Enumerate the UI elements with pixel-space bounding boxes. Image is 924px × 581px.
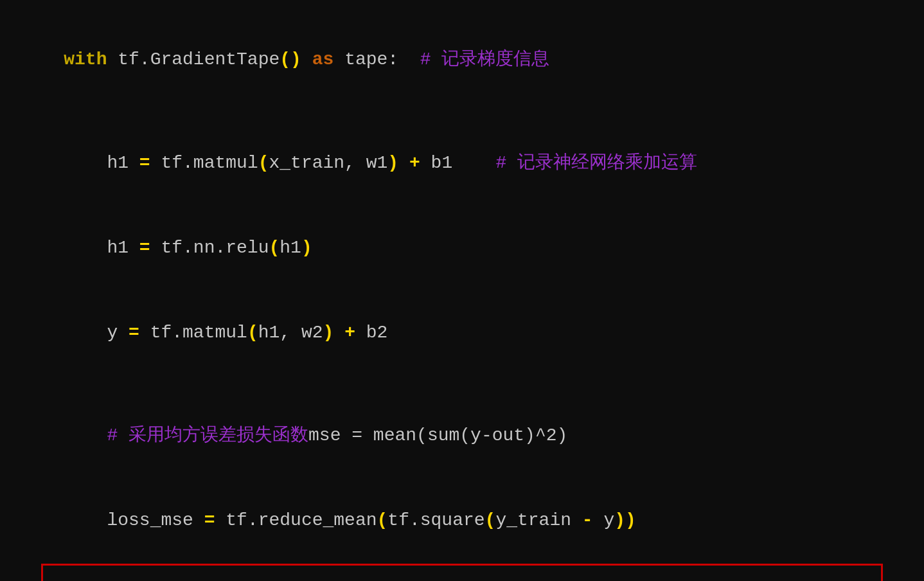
code-2e: b1	[420, 153, 474, 173]
paren-4a: (	[247, 323, 258, 343]
paren-lmse-4: )	[625, 510, 636, 530]
code-2c: x_train, w1	[269, 153, 388, 173]
keyword-as: as	[301, 49, 333, 69]
paren-lmse-3: )	[614, 510, 625, 530]
op-plus-2: +	[409, 153, 420, 173]
code-2b: tf.matmul	[150, 153, 258, 173]
line-3: h1 = tf.nn.relu(h1)	[21, 206, 903, 289]
code-4a: y	[64, 323, 129, 343]
line-2: h1 = tf.matmul(x_train, w1) + b1 # 记录神经网…	[21, 121, 903, 204]
paren-2a: (	[258, 153, 269, 173]
line-loss-mse: loss_mse = tf.reduce_mean(tf.square(y_tr…	[21, 479, 903, 562]
paren-lmse-1: (	[377, 510, 388, 530]
code-2a: h1	[64, 153, 139, 173]
code-lmse-b: tf.reduce_mean	[215, 510, 377, 530]
op-eq-4: =	[129, 323, 139, 343]
op-plus-4: +	[344, 323, 355, 343]
paren-4b: )	[323, 323, 334, 343]
code-4d	[333, 323, 344, 343]
paren-1a: (	[280, 49, 290, 69]
comment-1: # 记录梯度信息	[420, 49, 550, 69]
code-3b: tf.nn.relu	[150, 238, 269, 258]
comment-2: # 记录神经网络乘加运算	[474, 153, 697, 173]
line-4: y = tf.matmul(h1, w2) + b2	[21, 291, 903, 375]
code-4c: h1, w2	[258, 323, 323, 343]
code-lmse-c: tf.square	[387, 510, 484, 530]
code-3c: h1	[280, 238, 301, 258]
code-cmse-indent	[64, 425, 107, 445]
code-3a: h1	[64, 238, 139, 258]
code-lmse-d: y_train	[495, 510, 582, 530]
line-comment-mse: # 采用均方误差损失函数mse = mean(sum(y-out)^2)	[21, 394, 903, 478]
code-4e: b2	[355, 323, 387, 343]
op-minus-lmse: -	[582, 510, 593, 530]
code-cmse-code: mse = mean(sum(y-out)^2)	[308, 425, 567, 445]
paren-2b: )	[387, 153, 398, 173]
tape-label: tape:	[333, 49, 420, 69]
code-plain-1a: tf.GradientTape	[107, 49, 280, 69]
comment-mse-hash: # 采用均方误差损失函数	[107, 425, 308, 445]
code-2d	[398, 153, 409, 173]
op-eq-3: =	[139, 238, 150, 258]
code-lmse-e: y	[593, 510, 615, 530]
line-comment-l2: # 添加l2止则化	[53, 569, 871, 581]
paren-3a: (	[269, 238, 280, 258]
code-4b: tf.matmul	[139, 323, 247, 343]
paren-3b: )	[301, 238, 312, 258]
op-eq-lmse: =	[204, 510, 215, 530]
paren-1b: )	[290, 49, 301, 69]
line-1: with tf.GradientTape() as tape: # 记录梯度信息	[21, 18, 903, 102]
op-eq-2: =	[139, 153, 150, 173]
paren-lmse-2: (	[485, 510, 496, 530]
highlight-l2-section: # 添加l2止则化 loss_regularization = [] loss_…	[41, 564, 883, 581]
keyword-with: with	[64, 49, 107, 69]
code-lmse-a: loss_mse	[64, 510, 204, 530]
